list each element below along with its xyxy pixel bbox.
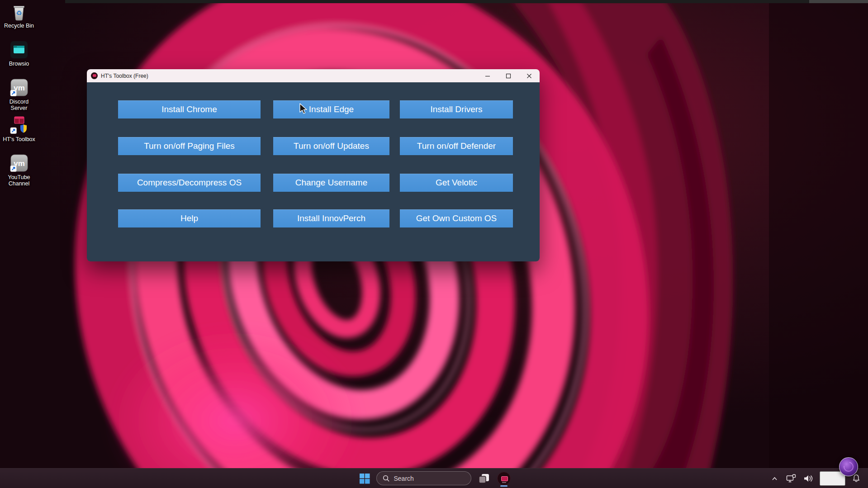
volume-tray-button[interactable] xyxy=(802,469,814,488)
desktop: ♻ Recycle Bin Browsio xyxy=(0,0,868,488)
desktop-icon-youtube-channel[interactable]: vm YouTube Channel xyxy=(0,153,38,187)
task-view-icon xyxy=(478,473,490,484)
arrow-cursor xyxy=(299,103,309,115)
desktop-icon-label: Browsio xyxy=(9,61,29,67)
install-chrome-button[interactable]: Install Chrome xyxy=(118,100,261,118)
desktop-icon-label: HT's Toolbox xyxy=(3,136,35,142)
app-logo-icon xyxy=(91,72,98,79)
change-username-button[interactable]: Change Username xyxy=(273,174,389,192)
network-tray-button[interactable] xyxy=(785,469,797,488)
start-icon xyxy=(359,473,370,484)
task-view-button[interactable] xyxy=(475,469,493,488)
window-titlebar[interactable]: HT's Toolbox (Free) xyxy=(87,69,540,82)
minimize-button[interactable] xyxy=(477,69,498,82)
install-drivers-button[interactable]: Install Drivers xyxy=(400,100,513,118)
defender-button[interactable]: Turn on/off Defender xyxy=(400,137,513,155)
close-icon xyxy=(526,73,532,79)
svg-text:♻: ♻ xyxy=(16,9,22,17)
clock-date: 7/25/2024 xyxy=(821,479,844,485)
install-edge-button[interactable]: Install Edge xyxy=(273,100,389,118)
desktop-icon-label: Recycle Bin xyxy=(4,23,34,29)
get-velotic-button[interactable]: Get Velotic xyxy=(400,174,513,192)
taskbar-toolbox-app-button[interactable] xyxy=(495,469,513,488)
notification-bell-icon xyxy=(852,474,860,483)
vm-shortcut-icon: vm xyxy=(9,78,29,98)
install-innovperch-button[interactable]: Install InnovPerch xyxy=(273,209,389,227)
compress-os-button[interactable]: Compress/Decompress OS xyxy=(118,174,261,192)
browser-window-icon xyxy=(9,40,29,60)
updates-button[interactable]: Turn on/off Updates xyxy=(273,137,389,155)
toolbox-app-icon xyxy=(497,472,511,485)
desktop-icon-recycle-bin[interactable]: ♻ Recycle Bin xyxy=(0,2,38,29)
custom-os-button[interactable]: Get Own Custom OS xyxy=(400,209,513,227)
chevron-up-icon xyxy=(772,476,778,481)
maximize-button[interactable] xyxy=(498,69,519,82)
paging-files-button[interactable]: Turn on/off Paging Files xyxy=(118,137,261,155)
desktop-icon-label: YouTube Channel xyxy=(1,174,37,187)
close-button[interactable] xyxy=(519,69,540,82)
running-indicator xyxy=(500,485,508,487)
network-icon xyxy=(786,474,796,483)
start-button[interactable] xyxy=(356,469,374,488)
search-icon xyxy=(383,475,390,482)
minimize-icon xyxy=(484,73,491,79)
taskbar-center-group: Search xyxy=(356,469,513,488)
search-input[interactable]: Search xyxy=(376,471,471,485)
desktop-icon-discord-server[interactable]: vm Discord Server xyxy=(0,78,38,111)
window-controls xyxy=(477,69,540,82)
desktop-icon-browsio[interactable]: Browsio xyxy=(0,40,38,67)
top-strip xyxy=(65,0,868,3)
toolbox-shield-shortcut-icon xyxy=(9,115,29,135)
desktop-icon-label: Discord Server xyxy=(1,99,37,111)
window-body: Install Chrome Install Edge Install Driv… xyxy=(87,82,540,261)
help-button[interactable]: Help xyxy=(118,209,261,227)
search-placeholder: Search xyxy=(394,475,414,482)
recycle-bin-icon: ♻ xyxy=(9,2,29,22)
tray-overflow-button[interactable] xyxy=(770,469,780,488)
taskbar: Search xyxy=(0,468,868,488)
desktop-icon-hts-toolbox[interactable]: HT's Toolbox xyxy=(0,115,38,142)
vm-shortcut-icon: vm xyxy=(9,153,29,173)
facecam-bubble xyxy=(839,457,858,476)
maximize-icon xyxy=(505,73,512,79)
app-window: HT's Toolbox (Free) Install Chrome Insta… xyxy=(87,69,540,261)
window-title: HT's Toolbox (Free) xyxy=(101,73,148,79)
volume-icon xyxy=(803,474,813,483)
clock-time: 2:24 AM xyxy=(821,472,844,479)
